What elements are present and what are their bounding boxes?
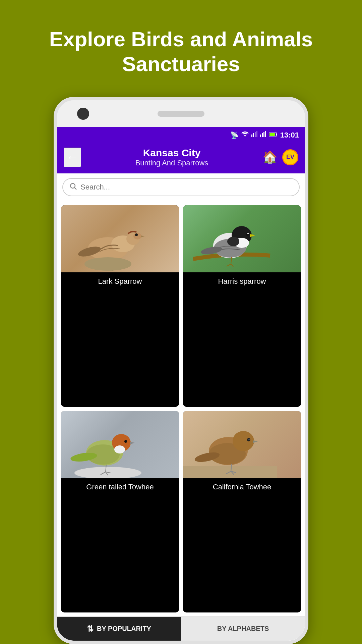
status-icons: 📡 — [230, 131, 299, 140]
bird-card-harris-sparrow[interactable]: Harris sparrow — [183, 205, 301, 407]
tab-by-popularity[interactable]: ⇅ BY POPULARITY — [57, 617, 181, 641]
svg-point-30 — [247, 233, 249, 234]
svg-rect-10 — [269, 133, 275, 136]
status-time: 13:01 — [280, 131, 299, 140]
bird-card-california-towhee[interactable]: California Towhee — [183, 411, 301, 612]
top-bar-actions: 🏠 EV — [262, 149, 298, 165]
bird-image-harris-sparrow — [183, 205, 301, 272]
top-bar: ← Kansas City Bunting And Sparrows 🏠 EV — [57, 143, 305, 173]
bird-card-green-tailed-towhee[interactable]: Green tailed Towhee — [61, 411, 179, 612]
tab-by-alphabets[interactable]: BY ALPHABETS — [181, 617, 305, 641]
svg-rect-3 — [256, 131, 257, 137]
ev-badge[interactable]: EV — [282, 149, 298, 165]
search-icon — [69, 182, 77, 192]
svg-point-43 — [114, 445, 125, 453]
page-title: Explore Birds and Animals Sanctuaries — [0, 27, 362, 77]
phone-camera — [77, 108, 89, 120]
svg-rect-2 — [255, 132, 256, 137]
svg-line-12 — [75, 187, 77, 190]
bird-name-harris-sparrow: Harris sparrow — [183, 272, 301, 290]
svg-point-23 — [135, 233, 138, 236]
bird-name-lark-sparrow: Lark Sparrow — [61, 272, 179, 290]
bird-name-california-towhee: California Towhee — [183, 478, 301, 496]
svg-rect-5 — [262, 133, 263, 137]
svg-marker-17 — [141, 235, 145, 237]
phone-speaker — [158, 111, 204, 117]
birds-grid: Lark Sparrow — [57, 201, 305, 616]
cast-icon: 📡 — [230, 131, 239, 139]
status-bar: 📡 — [57, 127, 305, 143]
search-container — [57, 173, 305, 201]
battery-icon — [269, 131, 278, 139]
home-button[interactable]: 🏠 — [262, 150, 278, 164]
top-bar-title: Kansas City Bunting And Sparrows — [81, 147, 262, 167]
ev-badge-text: EV — [286, 154, 294, 161]
svg-point-55 — [248, 439, 250, 440]
bird-image-california-towhee — [183, 411, 301, 478]
svg-rect-6 — [263, 132, 264, 137]
sort-icon: ⇅ — [87, 624, 94, 634]
bird-name-green-tailed-towhee: Green tailed Towhee — [61, 478, 179, 496]
city-name: Kansas City — [81, 147, 262, 159]
svg-point-24 — [84, 257, 131, 271]
tab-by-popularity-label: BY POPULARITY — [97, 625, 151, 633]
svg-rect-9 — [276, 133, 277, 136]
search-box — [62, 178, 300, 196]
back-button[interactable]: ← — [64, 148, 81, 167]
bird-image-green-tailed-towhee — [61, 411, 179, 478]
svg-point-16 — [133, 233, 141, 239]
signal-icon — [251, 131, 257, 139]
svg-marker-28 — [250, 234, 255, 237]
phone-screen: 📡 — [57, 127, 305, 641]
svg-rect-4 — [260, 135, 261, 137]
svg-rect-1 — [253, 133, 254, 137]
phone-top — [57, 100, 305, 127]
svg-rect-0 — [251, 135, 252, 137]
signal2-icon — [260, 131, 266, 139]
svg-point-11 — [70, 183, 75, 188]
category-name: Bunting And Sparrows — [81, 159, 262, 167]
tab-by-alphabets-label: BY ALPHABETS — [217, 625, 269, 633]
phone-container: 📡 — [54, 97, 308, 644]
search-input[interactable] — [80, 183, 293, 192]
bird-image-lark-sparrow — [61, 205, 179, 272]
bird-card-lark-sparrow[interactable]: Lark Sparrow — [61, 205, 179, 407]
svg-point-52 — [233, 431, 254, 451]
svg-point-29 — [246, 232, 249, 236]
svg-line-35 — [227, 264, 231, 266]
svg-marker-53 — [253, 440, 258, 443]
svg-rect-7 — [265, 131, 266, 137]
bottom-bar: ⇅ BY POPULARITY BY ALPHABETS — [57, 616, 305, 641]
home-icon: 🏠 — [262, 150, 278, 164]
svg-line-34 — [231, 257, 232, 264]
svg-marker-41 — [130, 442, 135, 444]
wifi-icon — [241, 131, 249, 139]
svg-point-32 — [227, 237, 239, 246]
svg-line-36 — [231, 264, 233, 267]
svg-point-42 — [124, 440, 127, 443]
